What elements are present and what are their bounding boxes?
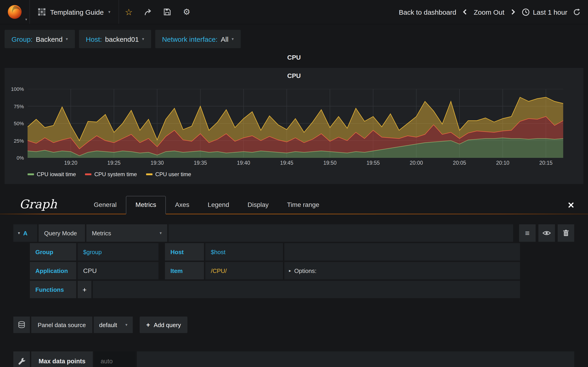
datasource-value: default <box>99 321 117 328</box>
variable-label: Group: <box>11 35 33 43</box>
time-shift-left-button[interactable] <box>462 8 468 16</box>
panel-editor-header: Graph General Metrics Axes Legend Displa… <box>0 196 588 214</box>
query-delete-button[interactable] <box>558 224 574 242</box>
options-label: Options: <box>294 267 317 274</box>
dashboard-grid-icon <box>38 8 45 16</box>
variable-network-interface[interactable]: Network interface: All ▾ <box>155 30 241 48</box>
back-to-dashboard-button[interactable]: Back to dashboard <box>399 8 456 16</box>
variable-label: Host: <box>86 35 102 43</box>
variable-value: backend01 <box>105 35 139 43</box>
add-function-button[interactable]: + <box>78 281 91 298</box>
chevron-left-icon <box>462 8 468 16</box>
group-field-value[interactable]: $group <box>78 243 158 261</box>
star-button[interactable]: ☆ <box>119 0 138 24</box>
editor-tabs: General Metrics Axes Legend Display Time… <box>85 196 575 214</box>
item-field-value[interactable]: /CPU/ <box>205 262 283 279</box>
y-axis-label: 50% <box>14 121 24 126</box>
tab-general[interactable]: General <box>85 196 126 214</box>
variable-group[interactable]: Group: Backend ▾ <box>5 30 75 48</box>
navbar-right: Back to dashboard Zoom Out Last 1 hour <box>399 0 588 24</box>
plot-area[interactable]: 0%25%50%75%100% <box>27 89 563 158</box>
datasource-dropdown[interactable]: default ▾ <box>94 317 133 333</box>
panel-type-label: Graph <box>19 197 57 214</box>
tab-legend[interactable]: Legend <box>199 196 238 214</box>
series-color-swatch <box>146 173 153 175</box>
max-data-points-row: Max data points <box>13 351 574 367</box>
series-name: CPU user time <box>155 171 191 177</box>
query-menu-button[interactable]: ≡ <box>519 224 536 242</box>
x-axis-label: 20:00 <box>410 160 423 166</box>
cpu-chart-svg <box>27 89 563 158</box>
variable-host[interactable]: Host: backend01 ▾ <box>79 30 151 48</box>
time-picker-button[interactable]: Last 1 hour <box>522 8 567 16</box>
y-axis-label: 25% <box>14 138 24 143</box>
max-data-points-input-tile <box>94 351 136 367</box>
x-axis: 19:2019:2519:3019:3519:4019:4519:5019:55… <box>27 160 563 167</box>
refresh-icon <box>573 8 581 16</box>
menu-icon: ≡ <box>525 229 530 237</box>
x-axis-label: 20:15 <box>539 160 553 166</box>
panel-title[interactable]: CPU <box>5 68 583 82</box>
save-button[interactable] <box>158 0 177 24</box>
group-field-label: Group <box>30 243 76 261</box>
query-row-application-item: Application CPU Item /CPU/ ▸ Options: <box>30 262 520 279</box>
chevron-down-icon: ▾ <box>25 17 27 22</box>
host-field-value[interactable]: $host <box>205 243 283 261</box>
grafana-logo-icon <box>7 4 23 20</box>
navbar: ▾ Templating Guide ▾ ☆ <box>0 0 588 24</box>
query-ref-id: A <box>23 230 27 236</box>
functions-field-label: Functions <box>30 281 76 298</box>
dashboard-row-title[interactable]: CPU <box>0 54 588 63</box>
legend-item[interactable]: CPU user time <box>146 171 191 177</box>
share-button[interactable] <box>138 0 158 24</box>
options-toggle[interactable]: ▸ Options: <box>284 262 520 279</box>
x-axis-label: 19:25 <box>107 160 121 166</box>
add-query-label: Add query <box>154 321 181 328</box>
x-axis-label: 19:45 <box>280 160 294 166</box>
navbar-actions: ☆ ⚙ <box>119 0 196 24</box>
series-name: CPU iowait time <box>37 171 76 177</box>
series-color-swatch <box>85 173 92 175</box>
application-field-label: Application <box>30 262 76 279</box>
chevron-down-icon: ▾ <box>160 231 162 235</box>
share-icon <box>144 8 152 16</box>
tab-time-range[interactable]: Time range <box>278 196 329 214</box>
add-query-button[interactable]: + Add query <box>140 317 187 333</box>
wrench-icon <box>18 357 25 365</box>
x-axis-label: 20:10 <box>496 160 510 166</box>
zoom-out-button[interactable]: Zoom Out <box>474 8 504 16</box>
tab-metrics[interactable]: Metrics <box>126 196 166 214</box>
refresh-button[interactable] <box>573 8 581 16</box>
variable-label: Network interface: <box>162 35 217 43</box>
close-editor-button[interactable] <box>568 202 574 208</box>
x-axis-label: 19:30 <box>150 160 164 166</box>
legend-item[interactable]: CPU system time <box>85 171 137 177</box>
query-toggle-visibility-button[interactable] <box>538 224 555 242</box>
query-collapse-toggle[interactable]: ▾ A <box>13 224 37 242</box>
row-filler <box>137 351 574 367</box>
query-editor: ▾ A Query Mode Metrics ▾ ≡ <box>13 224 574 298</box>
x-axis-label: 19:50 <box>323 160 337 166</box>
x-axis-label: 19:40 <box>237 160 250 166</box>
dashboard-title-dropdown[interactable]: Templating Guide ▾ <box>30 0 119 24</box>
chevron-down-icon: ▾ <box>66 37 68 41</box>
query-mode-dropdown[interactable]: Metrics ▾ <box>86 224 167 242</box>
chevron-down-icon: ▾ <box>125 323 128 327</box>
y-axis-label: 100% <box>11 86 24 92</box>
x-axis-label: 19:20 <box>64 160 78 166</box>
tab-display[interactable]: Display <box>238 196 278 214</box>
grafana-logo-button[interactable]: ▾ <box>0 0 30 24</box>
clock-icon <box>522 8 530 16</box>
max-data-points-input[interactable] <box>100 357 134 365</box>
chart-legend: CPU iowait time CPU system time CPU user… <box>27 171 583 177</box>
panel-options-icon-tile <box>13 351 30 367</box>
series-color-swatch <box>27 173 34 175</box>
tab-axes[interactable]: Axes <box>166 196 199 214</box>
application-field-value[interactable]: CPU <box>78 262 158 279</box>
eye-icon <box>543 230 551 236</box>
time-shift-right-button[interactable] <box>510 8 516 16</box>
settings-button[interactable]: ⚙ <box>177 0 196 24</box>
query-row-group-host: Group $group Host $host <box>30 243 520 261</box>
legend-item[interactable]: CPU iowait time <box>27 171 76 177</box>
gear-icon: ⚙ <box>183 8 190 16</box>
